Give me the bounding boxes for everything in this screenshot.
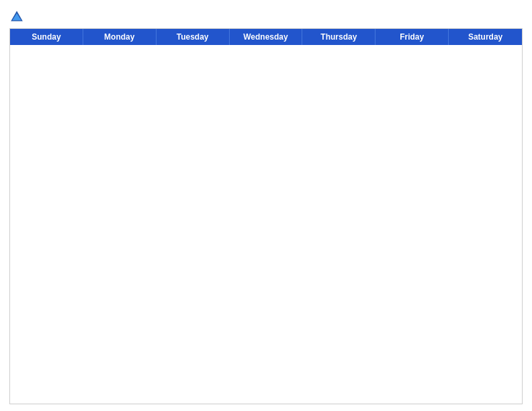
calendar-header-cell: Saturday bbox=[449, 29, 522, 45]
calendar-header-cell: Thursday bbox=[302, 29, 375, 45]
logo bbox=[9, 9, 26, 24]
calendar-header-cell: Sunday bbox=[10, 29, 83, 45]
logo-icon bbox=[9, 9, 24, 24]
calendar-header-cell: Wednesday bbox=[230, 29, 303, 45]
calendar-header-row: SundayMondayTuesdayWednesdayThursdayFrid… bbox=[10, 29, 522, 45]
page-header bbox=[9, 7, 523, 24]
calendar: SundayMondayTuesdayWednesdayThursdayFrid… bbox=[9, 28, 523, 404]
calendar-body bbox=[10, 45, 522, 404]
calendar-header-cell: Tuesday bbox=[157, 29, 230, 45]
calendar-header-cell: Friday bbox=[375, 29, 449, 45]
calendar-header-cell: Monday bbox=[83, 29, 157, 45]
